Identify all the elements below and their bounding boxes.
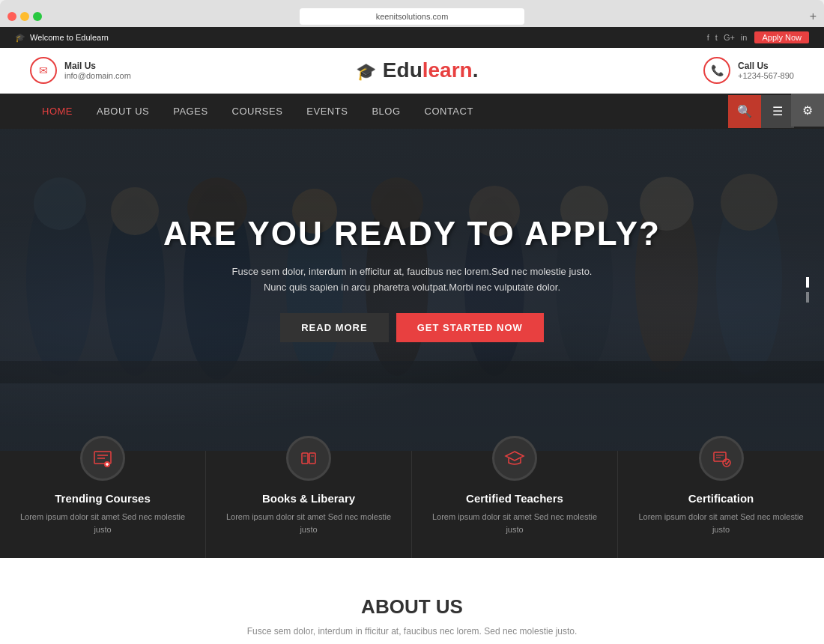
about-section-title: ABOUT US: [30, 595, 794, 619]
svg-rect-27: [302, 453, 308, 464]
feature-title-1: Trending Courses: [15, 492, 190, 505]
nav-menu: HOME ABOUT US PAGES COURSES EVENTS BLOG …: [30, 94, 485, 129]
certified-teachers-icon: [492, 436, 537, 481]
about-section-subtitle: Fusce sem dolor, interdum in fficitur at…: [30, 626, 794, 637]
slider-dots: [806, 277, 809, 303]
header: ✉ Mail Us info@domain.com 🎓 Edulearn. 📞 …: [0, 48, 824, 94]
settings-button[interactable]: ⚙: [791, 94, 824, 127]
mail-label: Mail Us: [64, 61, 131, 71]
twitter-icon[interactable]: t: [715, 33, 718, 42]
minimize-window-button[interactable]: [20, 12, 29, 21]
nav-link-pages[interactable]: PAGES: [161, 94, 219, 129]
feature-certified-teachers: Certified Teachers Lorem ipsum dolor sit…: [412, 451, 618, 558]
nav-item-events[interactable]: EVENTS: [294, 94, 360, 129]
browser-window-controls: [7, 12, 42, 21]
nav-item-blog[interactable]: BLOG: [360, 94, 412, 129]
hero-content-wrapper: ARE YOU READY TO APPLY? Fusce sem dolor,…: [0, 129, 824, 451]
nav-actions: 🔍 ☰: [728, 95, 794, 128]
hero-subtitle-line2: Nunc quis sapien in arcu pharetra volutp…: [264, 282, 560, 293]
feature-desc-2: Lorem ipsum dolor sit amet Sed nec moles…: [221, 511, 396, 535]
new-tab-button[interactable]: +: [810, 10, 817, 23]
slider-dot-1[interactable]: [806, 277, 809, 288]
nav-link-contact[interactable]: CONTACT: [413, 94, 485, 129]
top-bar-right: f t G+ in Apply Now: [707, 31, 809, 43]
nav-item-pages[interactable]: PAGES: [161, 94, 219, 129]
logo-text: Edulearn.: [383, 58, 479, 82]
mail-contact: ✉ Mail Us info@domain.com: [30, 57, 131, 84]
nav-item-home[interactable]: HOME: [30, 94, 85, 129]
call-label: Call Us: [738, 61, 794, 71]
call-value: +1234-567-890: [738, 71, 794, 80]
hero-section: ARE YOU READY TO APPLY? Fusce sem dolor,…: [0, 129, 824, 451]
nav-item-courses[interactable]: COURSES: [220, 94, 295, 129]
apply-now-button[interactable]: Apply Now: [754, 31, 809, 43]
maximize-window-button[interactable]: [33, 12, 42, 21]
search-button[interactable]: 🔍: [728, 95, 761, 128]
feature-desc-3: Lorem ipsum dolor sit amet Sed nec moles…: [427, 511, 602, 535]
feature-desc-1: Lorem ipsum dolor sit amet Sed nec moles…: [15, 511, 190, 535]
main-nav: HOME ABOUT US PAGES COURSES EVENTS BLOG …: [0, 94, 824, 129]
nav-link-blog[interactable]: BLOG: [360, 94, 412, 129]
logo-icon: 🎓: [356, 62, 376, 81]
address-text: keenitsolutions.com: [376, 12, 449, 21]
nav-link-home[interactable]: HOME: [30, 94, 85, 129]
cap-icon: 🎓: [15, 33, 25, 43]
call-info: Call Us +1234-567-890: [738, 61, 794, 80]
feature-title-4: Certification: [633, 492, 809, 505]
feature-trending-courses: Trending Courses Lorem ipsum dolor sit a…: [0, 451, 206, 558]
hero-content: ARE YOU READY TO APPLY? Fusce sem dolor,…: [163, 215, 661, 343]
top-bar: 🎓 Welcome to Edulearn f t G+ in Apply No…: [0, 27, 824, 48]
address-bar[interactable]: keenitsolutions.com: [300, 8, 524, 25]
features-section: Trending Courses Lorem ipsum dolor sit a…: [0, 451, 824, 558]
call-contact: 📞 Call Us +1234-567-890: [703, 57, 794, 84]
hero-subtitle-line1: Fusce sem dolor, interdum in efficitur a…: [231, 266, 592, 277]
linkedin-icon[interactable]: in: [741, 33, 748, 42]
nav-link-events[interactable]: EVENTS: [294, 94, 360, 129]
mail-icon: ✉: [30, 57, 57, 84]
top-bar-left: 🎓 Welcome to Edulearn: [15, 33, 109, 43]
social-icons: f t G+ in: [707, 33, 748, 42]
hero-buttons: READ MORE GET STARTED NOW: [163, 313, 661, 342]
phone-icon: 📞: [703, 57, 730, 84]
certification-icon: [699, 436, 744, 481]
feature-title-3: Certified Teachers: [427, 492, 602, 505]
googleplus-icon[interactable]: G+: [724, 33, 735, 42]
hero-subtitle: Fusce sem dolor, interdum in efficitur a…: [163, 264, 661, 296]
mail-value: info@domain.com: [64, 71, 131, 80]
svg-rect-28: [309, 453, 315, 464]
facebook-icon[interactable]: f: [707, 33, 709, 42]
mail-info: Mail Us info@domain.com: [64, 61, 131, 80]
close-window-button[interactable]: [7, 12, 16, 21]
svg-point-32: [723, 459, 730, 467]
books-library-icon: [286, 436, 331, 481]
feature-books-library: Books & Liberary Lorem ipsum dolor sit a…: [206, 451, 412, 558]
welcome-text: Welcome to Edulearn: [30, 33, 109, 42]
browser-chrome: keenitsolutions.com +: [0, 0, 824, 27]
feature-certification: Certification Lorem ipsum dolor sit amet…: [618, 451, 824, 558]
read-more-button[interactable]: READ MORE: [280, 313, 388, 342]
trending-courses-icon: [80, 436, 125, 481]
nav-item-contact[interactable]: CONTACT: [413, 94, 485, 129]
nav-link-courses[interactable]: COURSES: [220, 94, 295, 129]
nav-item-about[interactable]: ABOUT US: [85, 94, 161, 129]
feature-desc-4: Lorem ipsum dolor sit amet Sed nec moles…: [633, 511, 809, 535]
logo[interactable]: 🎓 Edulearn.: [356, 58, 478, 82]
menu-toggle-button[interactable]: ☰: [761, 95, 794, 128]
about-section: ABOUT US Fusce sem dolor, interdum in ff…: [0, 558, 824, 644]
nav-link-about[interactable]: ABOUT US: [85, 94, 161, 129]
hero-title: ARE YOU READY TO APPLY?: [163, 215, 661, 252]
get-started-button[interactable]: GET STARTED NOW: [396, 313, 544, 342]
slider-dot-2[interactable]: [806, 292, 809, 303]
feature-title-2: Books & Liberary: [221, 492, 396, 505]
